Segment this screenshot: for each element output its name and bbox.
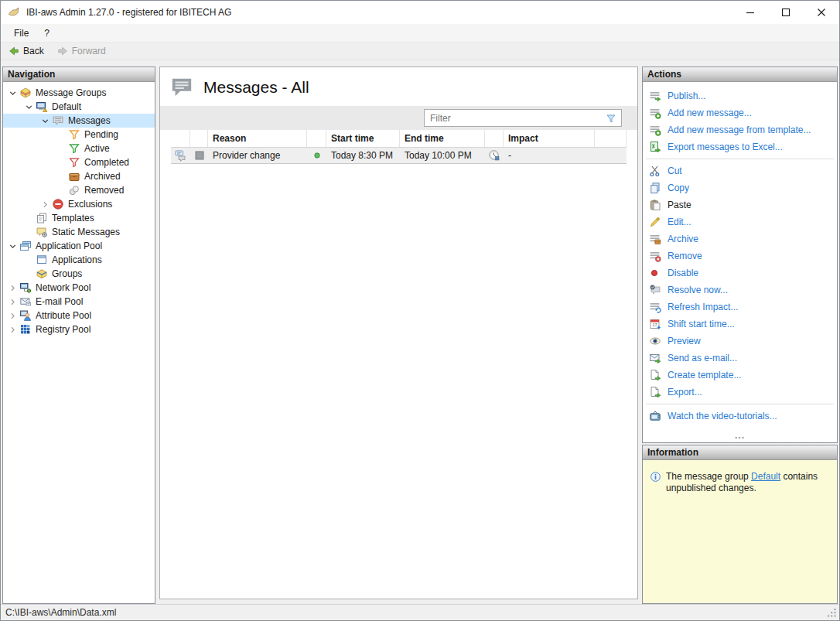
action-copy[interactable]: Copy	[643, 179, 837, 196]
chevron-collapsed-icon[interactable]	[6, 309, 19, 322]
forward-icon	[56, 45, 69, 57]
pending-filter-icon	[68, 128, 80, 141]
menu-help[interactable]: ?	[36, 26, 57, 41]
action-create-template[interactable]: Create template...	[643, 367, 837, 384]
tree-item-applications[interactable]: Applications	[3, 253, 155, 267]
navigation-tree: Message GroupsDefaultMessagesPendingActi…	[3, 82, 155, 603]
tree-item-default[interactable]: Default	[3, 100, 155, 114]
tree-item-pending[interactable]: Pending	[3, 128, 155, 142]
forward-button[interactable]: Forward	[53, 44, 109, 58]
tree-item-label: Messages	[64, 115, 114, 126]
action-paste[interactable]: Paste	[643, 196, 837, 213]
action-preview[interactable]: Preview	[643, 333, 837, 350]
column-header-end_time[interactable]: End time	[400, 130, 485, 147]
action-label: Copy	[668, 183, 689, 193]
chevron-spacer	[22, 254, 36, 266]
menu-file[interactable]: File	[6, 26, 36, 41]
tree-item-completed[interactable]: Completed	[3, 155, 155, 169]
archive-icon	[649, 233, 661, 245]
back-icon	[8, 45, 20, 57]
action-shift-start-time[interactable]: 17Shift start time...	[643, 316, 837, 333]
action-add-new-message-from-template[interactable]: Add new message from template...	[643, 121, 837, 138]
chevron-expanded-icon[interactable]	[22, 101, 36, 113]
chevron-expanded-icon[interactable]	[6, 87, 19, 99]
tree-item-label: Exclusions	[64, 199, 115, 210]
column-header-impact[interactable]: Impact	[504, 130, 595, 147]
action-label: Export...	[668, 387, 702, 398]
chevron-expanded-icon[interactable]	[6, 240, 19, 252]
action-label: Archive	[668, 234, 698, 244]
action-edit[interactable]: Edit...	[643, 213, 837, 230]
column-header-type_icon[interactable]	[190, 130, 208, 147]
back-button[interactable]: Back	[5, 44, 47, 58]
cell-reason: Provider change	[208, 150, 307, 161]
tree-item-label: Templates	[48, 213, 97, 223]
chevron-collapsed-icon[interactable]	[6, 323, 19, 336]
column-header-status_icon[interactable]	[307, 130, 326, 147]
maximize-button[interactable]	[768, 1, 804, 24]
tree-item-groups[interactable]: Groups	[3, 267, 155, 281]
title-bar[interactable]: IBI-aws Admin 1.27.0 - registered for IB…	[1, 1, 839, 24]
tree-item-label: Removed	[80, 185, 127, 196]
paste-icon	[649, 199, 661, 211]
tree-item-message-groups[interactable]: Message Groups	[3, 86, 155, 100]
action-add-new-message[interactable]: Add new message...	[643, 104, 837, 121]
tree-item-removed[interactable]: Removed	[3, 183, 155, 197]
tree-item-templates[interactable]: Templates	[3, 211, 155, 225]
app-window: IBI-aws Admin 1.27.0 - registered for IB…	[0, 0, 840, 621]
static-messages-icon	[36, 226, 48, 238]
filter-funnel-icon[interactable]	[601, 112, 621, 125]
action-resolve-now[interactable]: Resolve now...	[643, 281, 837, 299]
column-header-reason[interactable]: Reason	[208, 130, 307, 147]
actions-header: Actions	[643, 67, 837, 82]
cell-type_icon	[190, 149, 208, 162]
chevron-expanded-icon[interactable]	[39, 114, 52, 127]
action-send-as-e-mail[interactable]: Send as e-mail...	[643, 350, 837, 367]
create-template-icon	[649, 369, 661, 381]
gray-square-icon	[193, 149, 206, 162]
tree-item-static-messages[interactable]: Static Messages	[3, 225, 155, 239]
action-remove[interactable]: Remove	[643, 247, 837, 264]
column-header-message_icon[interactable]	[171, 130, 190, 147]
information-text-before: The message group	[666, 471, 751, 482]
navigation-panel: Navigation Message GroupsDefaultMessages…	[2, 67, 155, 604]
action-archive[interactable]: Archive	[643, 230, 837, 247]
default-group-link[interactable]: Default	[751, 471, 780, 482]
tree-item-exclusions[interactable]: Exclusions	[3, 197, 155, 211]
chevron-collapsed-icon[interactable]	[6, 295, 19, 308]
tree-item-attribute-pool[interactable]: Attribute Pool	[3, 309, 155, 322]
action-refresh-impact[interactable]: Refresh Impact...	[643, 299, 837, 316]
action-label: Publish...	[668, 90, 705, 101]
removed-icon	[68, 184, 80, 196]
filter-input[interactable]	[425, 110, 601, 126]
menu-bar: File ?	[1, 24, 839, 42]
table-row[interactable]: Provider changeToday 8:30 PMToday 10:00 …	[171, 148, 627, 164]
action-publish[interactable]: Publish...	[643, 87, 837, 104]
chevron-collapsed-icon[interactable]	[39, 198, 52, 210]
page-title: Messages - All	[203, 78, 309, 97]
chevron-spacer	[22, 226, 36, 238]
tree-item-active[interactable]: Active	[3, 142, 155, 155]
chevron-collapsed-icon[interactable]	[6, 281, 19, 294]
action-disable[interactable]: Disable	[643, 264, 837, 281]
tree-item-application-pool[interactable]: Application Pool	[3, 239, 155, 253]
actions-list: Publish...Add new message...Add new mess…	[643, 82, 837, 433]
column-header-start_time[interactable]: Start time	[326, 130, 400, 147]
tree-item-archived[interactable]: Archived	[3, 169, 155, 183]
chevron-spacer	[55, 184, 68, 196]
column-header-impact_icon[interactable]	[485, 130, 504, 147]
actions-resize-handle[interactable]: ...	[643, 433, 837, 442]
action-export[interactable]: Export...	[643, 384, 837, 401]
minimize-button[interactable]	[732, 1, 768, 24]
close-button[interactable]	[804, 1, 839, 24]
tree-item-e-mail-pool[interactable]: E-mail Pool	[3, 295, 155, 309]
action-label: Refresh Impact...	[668, 302, 738, 312]
tree-item-messages[interactable]: Messages	[3, 114, 155, 128]
action-cut[interactable]: Cut	[643, 162, 837, 179]
action-export-messages-to-excel[interactable]: Export messages to Excel...	[643, 138, 837, 155]
video-tutorials-icon	[649, 410, 661, 422]
tree-item-network-pool[interactable]: Network Pool	[3, 281, 155, 295]
resize-grip-icon[interactable]	[826, 607, 838, 619]
tree-item-registry-pool[interactable]: Registry Pool	[3, 322, 155, 336]
action-watch-the-video-tutorials[interactable]: Watch the video-tutorials...	[643, 408, 837, 425]
